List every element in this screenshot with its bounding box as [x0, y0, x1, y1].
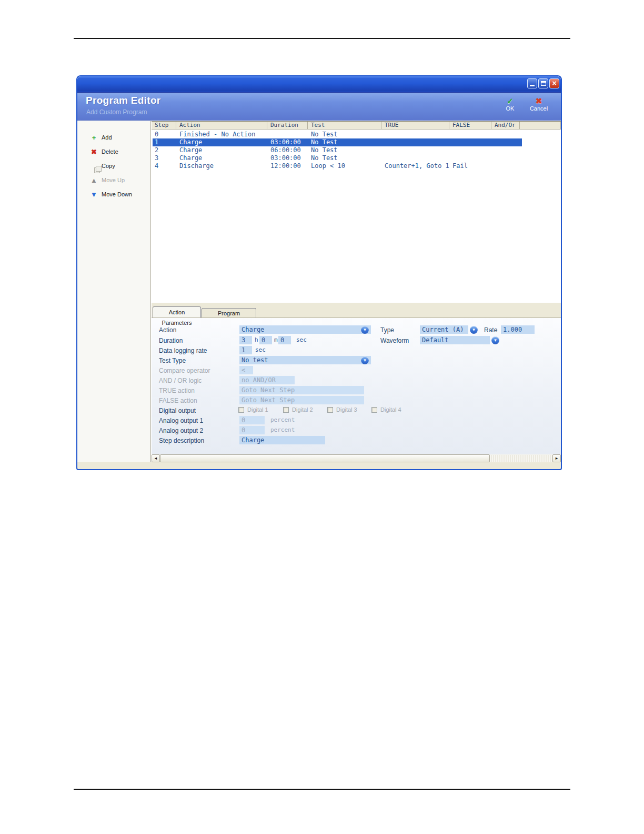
column-header-false[interactable]: FALSE: [449, 122, 491, 129]
cell-duration: 06:00:00: [267, 146, 308, 154]
ok-button[interactable]: ✓ OK: [498, 97, 522, 112]
page-subtitle: Add Custom Program: [86, 108, 147, 116]
duration-hours-field[interactable]: 3: [239, 336, 252, 344]
header-band: Program Editor Add Custom Program ✓ OK ✖…: [77, 92, 561, 121]
chevron-down-icon[interactable]: ▾: [491, 336, 499, 344]
table-row[interactable]: 3 Charge 03:00:00 No Test: [152, 154, 561, 162]
column-header-duration[interactable]: Duration: [267, 122, 308, 129]
copy-button[interactable]: Copy: [90, 161, 115, 171]
chevron-down-icon[interactable]: ▾: [470, 326, 478, 334]
chevron-down-icon[interactable]: ▾: [361, 356, 369, 364]
table-header: Step Action Duration Test TRUE FALSE And…: [152, 121, 561, 130]
and-or-logic-label: AND / OR logic: [159, 377, 202, 384]
logging-unit: sec: [255, 346, 266, 354]
cell-false: [449, 146, 491, 154]
add-button[interactable]: + Add: [90, 133, 112, 142]
cell-andor: [491, 131, 520, 138]
table-row[interactable]: 4 Discharge 12:00:00 Loop < 10 Counter+1…: [152, 162, 561, 170]
column-header-step[interactable]: Step: [152, 122, 176, 129]
data-logging-rate-field[interactable]: 1: [239, 346, 252, 354]
minimize-button[interactable]: [527, 78, 537, 88]
page-bottom-rule: [74, 789, 570, 790]
digital-3-checkbox[interactable]: Digital 3: [327, 406, 357, 413]
and-or-logic-field: no AND/OR: [239, 376, 295, 384]
cancel-button[interactable]: ✖ Cancel: [526, 97, 551, 112]
cell-true: [381, 131, 449, 138]
analog-output-1-label: Analog output 1: [159, 417, 203, 424]
digital-4-checkbox[interactable]: Digital 4: [371, 406, 401, 413]
copy-label: Copy: [102, 163, 115, 169]
rate-label: Rate: [484, 326, 497, 334]
cell-step: 4: [152, 162, 176, 170]
cell-true: [381, 154, 449, 162]
horizontal-scrollbar[interactable]: ◂ ▸: [152, 454, 561, 462]
scroll-left-button[interactable]: ◂: [152, 454, 160, 462]
add-label: Add: [102, 134, 112, 141]
table-row-selected[interactable]: 1 Charge 03:00:00 No Test: [152, 138, 561, 146]
cell-duration: 12:00:00: [267, 162, 308, 170]
window-body: + Add ✖ Delete Copy ▲ Move Up ▼ Move Dow…: [77, 121, 561, 462]
close-button[interactable]: ×: [549, 78, 559, 88]
type-dropdown[interactable]: Current (A): [420, 325, 468, 334]
main-area: Step Action Duration Test TRUE FALSE And…: [152, 121, 561, 462]
analog-2-unit: percent: [270, 426, 295, 434]
cell-action: Charge: [176, 138, 267, 146]
table-row[interactable]: 2 Charge 06:00:00 No Test: [152, 146, 561, 154]
tab-program-parameters[interactable]: Program Parameters: [202, 308, 256, 317]
test-type-dropdown[interactable]: No test: [239, 356, 371, 364]
cell-step: 2: [152, 146, 176, 154]
chevron-down-icon[interactable]: ▾: [361, 326, 369, 334]
cell-test: No Test: [308, 138, 381, 146]
column-header-action[interactable]: Action: [176, 122, 267, 129]
cell-duration: 03:00:00: [267, 154, 308, 162]
column-header-true[interactable]: TRUE: [381, 122, 449, 129]
maximize-button[interactable]: [538, 78, 548, 88]
data-logging-rate-label: Data logging rate: [159, 347, 207, 354]
title-bar[interactable]: ×: [77, 76, 561, 92]
x-icon: ✖: [526, 97, 551, 105]
delete-icon: ✖: [90, 148, 98, 156]
false-action-field: Goto Next Step: [239, 396, 364, 404]
duration-seconds-field[interactable]: 0: [278, 336, 291, 344]
waveform-dropdown[interactable]: Default: [420, 336, 490, 344]
action-dropdown[interactable]: Charge: [239, 325, 371, 334]
arrow-up-icon: ▲: [90, 176, 98, 184]
page-title: Program Editor: [86, 95, 161, 106]
move-up-button[interactable]: ▲ Move Up: [90, 175, 125, 185]
cell-duration: [267, 131, 308, 138]
table-row[interactable]: 0 Finished - No Action No Test: [152, 131, 561, 138]
minimize-icon: [530, 85, 535, 86]
cell-test: No Test: [308, 154, 381, 162]
duration-minutes-field[interactable]: 0: [259, 336, 272, 344]
cell-false: Fail: [449, 162, 491, 170]
digital-2-checkbox[interactable]: Digital 2: [283, 406, 313, 413]
delete-button[interactable]: ✖ Delete: [90, 147, 118, 156]
rate-field[interactable]: 1.000: [501, 325, 535, 334]
column-header-andor[interactable]: And/Or: [491, 122, 520, 129]
cell-duration: 03:00:00: [267, 138, 308, 146]
step-description-field[interactable]: Charge: [239, 436, 325, 444]
cell-step: 3: [152, 154, 176, 162]
cell-false: [449, 131, 491, 138]
cell-test: Loop < 10: [308, 162, 381, 170]
delete-label: Delete: [102, 148, 118, 155]
cell-andor: [491, 154, 520, 162]
move-down-button[interactable]: ▼ Move Down: [90, 190, 132, 199]
false-action-label: FALSE action: [159, 397, 197, 404]
cancel-label: Cancel: [530, 105, 548, 112]
analog-1-unit: percent: [270, 416, 295, 424]
scroll-right-button[interactable]: ▸: [552, 454, 561, 462]
cell-true: [381, 146, 449, 154]
tab-action-parameters[interactable]: Action Parameters: [153, 306, 201, 317]
cell-step: 0: [152, 131, 176, 138]
scrollbar-track[interactable]: [490, 455, 552, 462]
move-down-label: Move Down: [102, 191, 132, 197]
maximize-icon: [541, 81, 546, 86]
program-editor-window: × Program Editor Add Custom Program ✓ OK…: [76, 75, 562, 470]
column-header-test[interactable]: Test: [308, 122, 381, 129]
scrollbar-thumb[interactable]: [160, 454, 490, 462]
checkbox-icon: [371, 407, 377, 413]
digital-output-label: Digital output: [159, 407, 196, 414]
digital-1-checkbox[interactable]: Digital 1: [238, 406, 268, 413]
analog-output-2-field: 0: [239, 426, 265, 434]
